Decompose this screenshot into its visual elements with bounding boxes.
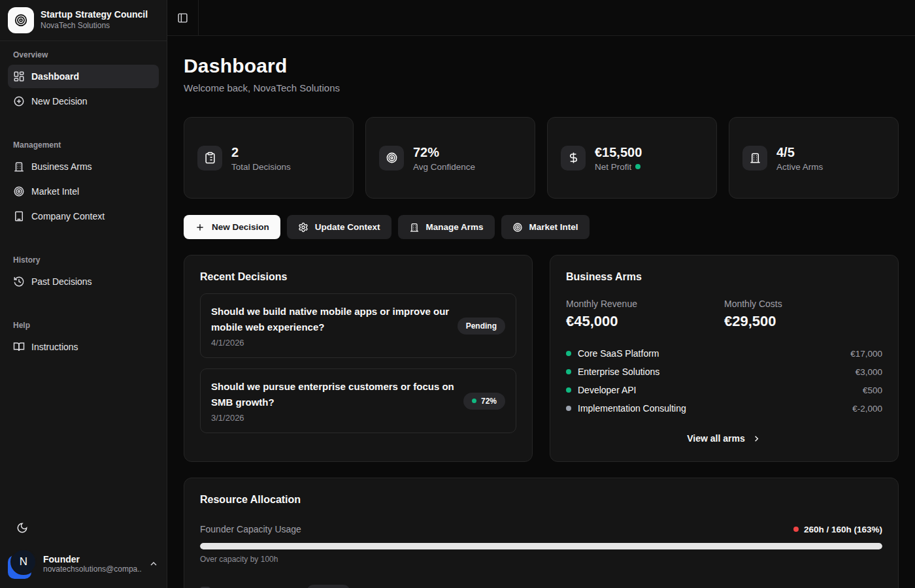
stat-label: Net Profit (595, 162, 642, 172)
status-dot-green (472, 399, 476, 403)
sidebar-item-label: Past Decisions (31, 276, 92, 287)
app-header[interactable]: Startup Strategy Council NovaTech Soluti… (0, 0, 167, 41)
gear-icon (298, 222, 308, 233)
capacity-label: Founder Capacity Usage (200, 524, 301, 534)
sidebar-item-market-intel[interactable]: Market Intel (8, 180, 159, 203)
status-dot-green (566, 369, 571, 374)
revenue-value: €45,000 (566, 313, 724, 330)
decision-date: 4/1/2026 (211, 338, 450, 348)
clipboard-icon (197, 146, 222, 171)
decision-item[interactable]: Should we build native mobile apps or im… (200, 293, 516, 358)
stat-cards: 2 Total Decisions 72% Avg Confidence (184, 117, 899, 199)
decision-date: 3/1/2026 (211, 413, 456, 423)
sidebar-footer: N Founder novatechsolutions@compa... (0, 510, 167, 588)
arm-row: Implementation Consulting €-2,000 (566, 399, 882, 417)
view-all-arms-link[interactable]: View all arms (566, 433, 882, 444)
nav-section-management: Management (8, 140, 159, 150)
capacity-value: 260h / 160h (163%) (793, 525, 882, 534)
stat-active-arms: 4/5 Active Arms (729, 117, 899, 199)
dollar-icon (561, 146, 586, 171)
user-menu[interactable]: N Founder novatechsolutions@compa... (8, 549, 159, 579)
chevron-right-icon (752, 434, 761, 444)
decision-item[interactable]: Should we pursue enterprise customers or… (200, 368, 516, 433)
page-title: Dashboard (184, 55, 899, 77)
stat-value: €15,500 (595, 144, 642, 160)
sidebar-item-label: Dashboard (31, 71, 79, 82)
stat-value: 72% (413, 144, 475, 160)
stat-total-decisions: 2 Total Decisions (184, 117, 354, 199)
decision-question: Should we build native mobile apps or im… (211, 304, 450, 335)
sidebar-item-instructions[interactable]: Instructions (8, 335, 159, 359)
target-icon (13, 186, 25, 197)
sidebar-item-label: Instructions (31, 342, 78, 352)
sidebar-item-label: New Decision (31, 96, 88, 106)
card-title: Recent Decisions (200, 271, 516, 283)
sidebar-item-new-decision[interactable]: New Decision (8, 90, 159, 113)
recent-decisions-card: Recent Decisions Should we build native … (184, 255, 533, 462)
dashboard-content: Dashboard Welcome back, NovaTech Solutio… (167, 36, 915, 588)
nav-section-overview: Overview (8, 50, 159, 59)
stat-label: Active Arms (776, 162, 823, 172)
sidebar-item-label: Company Context (31, 211, 105, 221)
card-title: Resource Allocation (200, 494, 882, 506)
building-icon (409, 222, 420, 233)
arm-list: Core SaaS Platform €17,000 Enterprise So… (566, 344, 882, 417)
arm-row: Core SaaS Platform €17,000 (566, 344, 882, 363)
costs-label: Monthly Costs (724, 299, 882, 309)
sidebar-toggle-button[interactable] (167, 0, 199, 35)
building-icon (13, 161, 25, 172)
plus-icon (195, 222, 205, 233)
building-icon (742, 146, 767, 171)
stat-avg-confidence: 72% Avg Confidence (365, 117, 535, 199)
arm-row: Enterprise Solutions €3,000 (566, 363, 882, 381)
manage-arms-button[interactable]: Manage Arms (398, 215, 495, 239)
sidebar-item-dashboard[interactable]: Dashboard (8, 65, 159, 88)
sidebar-nav: Overview Dashboard New Decision Manageme… (0, 41, 167, 510)
stat-net-profit: €15,500 Net Profit (547, 117, 717, 199)
dark-mode-toggle[interactable] (10, 516, 34, 540)
nav-section-help: Help (8, 321, 159, 330)
status-dot-red (793, 527, 799, 532)
sidebar-item-past-decisions[interactable]: Past Decisions (8, 270, 159, 293)
resource-allocation-card: Resource Allocation Founder Capacity Usa… (184, 478, 899, 588)
quick-actions: New Decision Update Context (184, 215, 899, 239)
office-building-icon (13, 210, 25, 222)
sidebar-item-label: Business Arms (31, 161, 92, 172)
decision-question: Should we pursue enterprise customers or… (211, 379, 456, 410)
stat-value: 4/5 (776, 144, 823, 160)
stat-label: Total Decisions (231, 162, 291, 172)
sidebar-item-business-arms[interactable]: Business Arms (8, 155, 159, 178)
user-email: novatechsolutions@compa... (43, 564, 141, 574)
status-dot-green (635, 164, 640, 169)
chevron-up-icon (148, 559, 159, 569)
confidence-badge: 72% (463, 393, 505, 410)
status-dot-gray (566, 406, 571, 411)
target-icon (379, 146, 404, 171)
stat-value: 2 (231, 144, 291, 160)
sidebar: Startup Strategy Council NovaTech Soluti… (0, 0, 167, 588)
dashboard-icon (13, 71, 25, 82)
status-dot-green (566, 387, 571, 393)
stat-label: Avg Confidence (413, 162, 475, 172)
user-name: Founder (43, 554, 142, 564)
capacity-progress-fill (200, 543, 882, 549)
welcome-subtitle: Welcome back, NovaTech Solutions (184, 82, 899, 93)
book-open-icon (13, 341, 25, 353)
market-intel-button[interactable]: Market Intel (501, 215, 590, 239)
new-decision-button[interactable]: New Decision (184, 215, 280, 239)
plus-circle-icon (13, 95, 25, 107)
topbar (167, 0, 915, 36)
app-title: Startup Strategy Council (41, 9, 148, 21)
nav-section-history: History (8, 255, 159, 265)
arm-row: Developer API €500 (566, 381, 882, 399)
update-context-button[interactable]: Update Context (287, 215, 391, 239)
costs-value: €29,500 (724, 313, 882, 330)
allocation-row: Core SaaS Platform active 120h (46%) Val… (200, 585, 882, 588)
business-arms-card: Business Arms Monthly Revenue €45,000 Mo… (550, 255, 899, 462)
sidebar-item-company-context[interactable]: Company Context (8, 204, 159, 228)
card-title: Business Arms (566, 271, 882, 283)
status-badge-pending: Pending (458, 318, 505, 335)
capacity-progress-bar (200, 543, 882, 549)
panel-left-icon (177, 12, 188, 24)
history-icon (13, 276, 25, 287)
